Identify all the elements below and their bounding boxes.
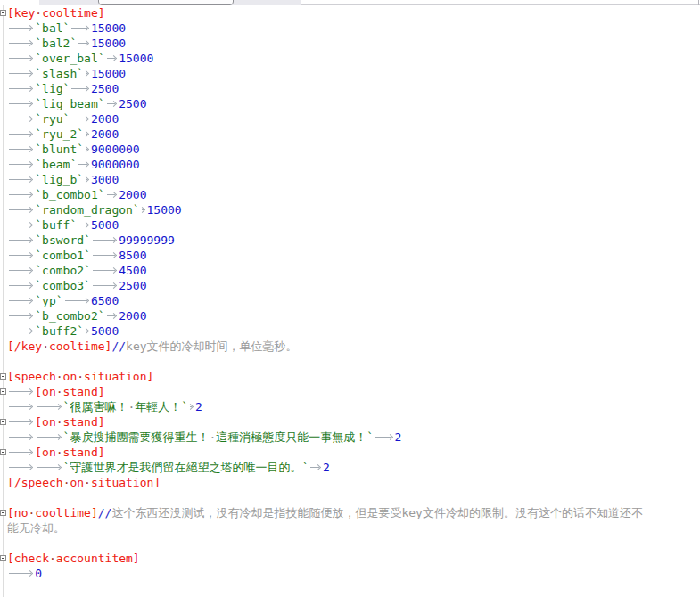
- section-token: accountitem]: [56, 552, 140, 565]
- code-line[interactable]: [check·accountitem]: [0, 551, 700, 566]
- code-line[interactable]: `combo2`4500: [0, 263, 700, 278]
- space-dot-icon: ·: [56, 414, 63, 429]
- space-dot-icon: ·: [84, 475, 91, 490]
- tab-arrow-icon: [70, 111, 90, 127]
- code-line[interactable]: `combo1`8500: [0, 248, 700, 263]
- code-line[interactable]: `b_combo1`2000: [0, 187, 700, 202]
- code-line[interactable]: `random_dragon`15000: [0, 202, 700, 217]
- tab-arrow-icon: [105, 187, 119, 202]
- number-token: 8500: [119, 249, 146, 262]
- tab-arrow-icon: [77, 217, 91, 233]
- section-token: [on: [35, 415, 55, 429]
- space-dot-icon: ·: [42, 339, 49, 354]
- code-line[interactable]: `buff`5000: [0, 217, 700, 233]
- number-token: 5000: [91, 324, 119, 338]
- code-line[interactable]: `lig_b`3000: [0, 172, 700, 187]
- section-token: [key: [7, 6, 35, 20]
- string-token: `beam`: [35, 158, 77, 171]
- section-token: on: [63, 370, 78, 383]
- tab-arrow-icon: [7, 142, 35, 157]
- tab-arrow-icon: [7, 96, 35, 111]
- code-line[interactable]: [on·stand]: [0, 414, 700, 429]
- code-line[interactable]: [speech·on·situation]: [0, 369, 700, 384]
- section-token: cooltime]: [49, 339, 111, 353]
- string-token: `b_combo2`: [35, 309, 104, 323]
- tab-arrow-icon: [91, 278, 119, 293]
- number-token: 2000: [119, 309, 146, 323]
- code-line[interactable]: `b_combo2`2000: [0, 308, 700, 323]
- fold-toggle-icon[interactable]: [0, 10, 6, 16]
- code-line[interactable]: `守護世界才是我們留在絕望之塔的唯一目的。`2: [0, 460, 700, 475]
- code-line[interactable]: `lig_beam`2500: [0, 96, 700, 111]
- code-line[interactable]: `slash`15000: [0, 66, 700, 81]
- space-dot-icon: ·: [77, 369, 84, 384]
- section-token: [speech: [7, 370, 56, 383]
- code-line[interactable]: `bal`15000: [0, 20, 700, 36]
- section-token: [on: [35, 446, 55, 459]
- code-line[interactable]: `bsword`99999999: [0, 233, 700, 248]
- number-token: 2500: [91, 82, 119, 95]
- code-line[interactable]: `很厲害嘛！·年輕人！`2: [0, 399, 700, 414]
- string-token: `blunt`: [35, 143, 84, 156]
- tab-arrow-icon: [7, 172, 35, 187]
- code-line[interactable]: `over_bal`15000: [0, 51, 700, 66]
- string-token: 年輕人！`: [135, 400, 188, 413]
- code-line[interactable]: [/key·cooltime]//key文件的冷却时间，单位毫秒。: [0, 339, 700, 354]
- string-token: `combo3`: [35, 279, 91, 292]
- tab-arrow-icon: [7, 308, 35, 323]
- code-line[interactable]: `blunt`9000000: [0, 142, 700, 157]
- tab-arrow-icon: [77, 157, 91, 172]
- tab-arrow-icon: [7, 263, 35, 278]
- code-line[interactable]: [/speech·on·situation]: [0, 475, 700, 490]
- tab-arrow-icon: [91, 263, 119, 278]
- code-line[interactable]: `buff2`5000: [0, 323, 700, 339]
- space-dot-icon: ·: [56, 445, 63, 460]
- code-line[interactable]: `yp`6500: [0, 293, 700, 308]
- tab-arrow-icon: [374, 429, 394, 445]
- fold-toggle-icon[interactable]: [0, 449, 6, 455]
- tab-arrow-icon: [7, 187, 35, 202]
- fold-toggle-icon[interactable]: [0, 510, 6, 516]
- code-line[interactable]: [0, 581, 700, 596]
- string-token: `bal2`: [35, 37, 77, 50]
- string-token: `slash`: [35, 67, 84, 80]
- code-line[interactable]: `ryu`2000: [0, 111, 700, 127]
- number-token: 2: [195, 400, 202, 413]
- fold-toggle-icon[interactable]: [0, 373, 6, 380]
- fold-toggle-icon[interactable]: [0, 388, 6, 395]
- section-token: [no: [7, 506, 28, 519]
- tab-arrow-icon: [7, 384, 35, 399]
- tab-arrow-icon: [7, 293, 35, 308]
- number-token: 5000: [91, 218, 119, 232]
- number-token: 2000: [91, 127, 119, 141]
- fold-toggle-icon[interactable]: [0, 419, 6, 425]
- comment-token: 这个东西还没测试，没有冷却是指技能随便放，但是要受key文件冷却的限制。没有这个…: [111, 506, 642, 519]
- code-line[interactable]: `combo3`2500: [0, 278, 700, 293]
- code-line[interactable]: [0, 536, 700, 551]
- tab-arrow-icon: [84, 172, 91, 187]
- code-line[interactable]: [on·stand]: [0, 384, 700, 399]
- section-token: [/speech: [7, 476, 63, 489]
- code-line[interactable]: `暴戾搜捕團需要獲得重生！·這種消極態度只能一事無成！`2: [0, 429, 700, 445]
- code-line[interactable]: [0, 354, 700, 369]
- code-line[interactable]: `bal2`15000: [0, 36, 700, 51]
- code-line[interactable]: [no·cooltime]//这个东西还没测试，没有冷却是指技能随便放，但是要受…: [0, 505, 700, 520]
- section-token: [check: [7, 552, 49, 565]
- string-token: `lig_b`: [35, 173, 84, 186]
- code-line[interactable]: [on·stand]: [0, 445, 700, 460]
- string-token: `buff`: [35, 218, 77, 232]
- code-line[interactable]: 0: [0, 566, 700, 581]
- tab-arrow-icon: [70, 81, 90, 96]
- editor[interactable]: [key·cooltime]`bal`15000`bal2`15000`over…: [0, 5, 700, 597]
- code-line[interactable]: `beam`9000000: [0, 157, 700, 172]
- code-line[interactable]: 能无冷却。: [0, 520, 700, 536]
- tab-arrow-icon: [84, 66, 91, 81]
- number-token: 4500: [119, 264, 146, 277]
- code-line[interactable]: `ryu_2`2000: [0, 127, 700, 142]
- code-line[interactable]: [0, 490, 700, 505]
- tab-arrow-icon: [35, 399, 62, 414]
- number-token: 6500: [91, 294, 119, 307]
- code-line[interactable]: `lig`2500: [0, 81, 700, 96]
- fold-toggle-icon[interactable]: [0, 555, 6, 561]
- code-line[interactable]: [key·cooltime]: [0, 5, 700, 20]
